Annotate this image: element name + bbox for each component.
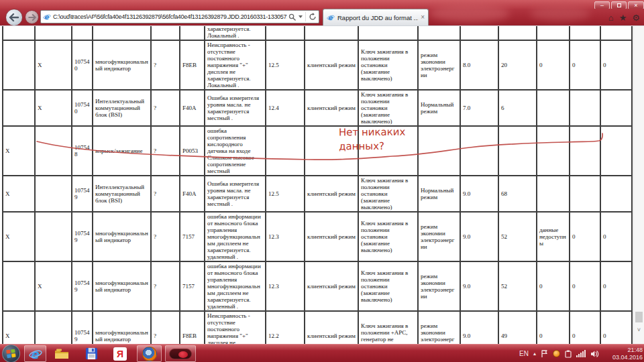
table-cell: 12.5 <box>266 40 305 90</box>
table-row: X107540многофункциональный индикатор?F8E… <box>3 40 632 90</box>
table-cell: 0 <box>600 212 632 261</box>
table-cell: ? <box>151 311 180 344</box>
table-cell: X <box>3 212 35 261</box>
table-cell: характеризуется. Локальный . <box>205 25 266 40</box>
volume-icon[interactable] <box>590 350 599 358</box>
table-cell: X <box>35 261 72 311</box>
table-row: X107549многофункциональный индикатор?F8E… <box>3 311 632 344</box>
table-cell <box>266 25 305 40</box>
forward-button[interactable] <box>25 10 39 24</box>
table-cell: 0 <box>570 311 600 344</box>
table-cell <box>3 40 35 90</box>
maximize-icon <box>617 3 621 7</box>
table-cell: ? <box>151 261 180 311</box>
table-cell: Ключ зажигания в положении остановки (за… <box>358 176 418 212</box>
table-cell: ошибка информации от выносного блока упр… <box>205 212 266 261</box>
taskbar-ie-button[interactable]: e <box>24 345 46 362</box>
language-indicator[interactable]: EN <box>519 350 529 357</box>
desktop-screen: – × e C:\oud\traces\AP\56fcfa40e4f131263… <box>0 0 644 362</box>
tray-app-orange-icon[interactable] <box>553 350 560 357</box>
table-cell: Ключ зажигания в положении +APC, генерат… <box>358 311 418 344</box>
windows-logo-icon <box>6 349 16 359</box>
table-cell <box>537 176 570 212</box>
table-cell: режим экономии электроэнергии <box>418 311 460 344</box>
table-cell <box>537 90 570 126</box>
table-cell: 107549 <box>72 261 93 311</box>
taskbar-firefox-button[interactable] <box>137 345 162 362</box>
scroll-down-icon[interactable]: ˅ <box>635 325 643 335</box>
table-cell <box>3 90 35 126</box>
table-cell <box>418 25 460 40</box>
refresh-icon[interactable] <box>309 13 317 21</box>
table-cell: многофункциональный индикатор <box>93 261 151 311</box>
divider <box>305 12 306 21</box>
table-cell: клиентский режим <box>305 40 358 90</box>
table-cell: 7157 <box>180 261 205 311</box>
home-icon[interactable]: ⌂ <box>608 13 614 23</box>
address-input[interactable]: C:\oud\traces\AP\56fcfa40e4f13126392879\… <box>53 13 287 20</box>
table-cell <box>498 126 537 176</box>
taskbar-recorder-button[interactable] <box>165 345 196 362</box>
table-cell <box>537 126 570 176</box>
scrollbar-thumb[interactable] <box>635 312 643 322</box>
vertical-scrollbar[interactable]: ˅ <box>633 26 644 344</box>
table-cell: F8EB <box>180 40 205 90</box>
favorites-icon[interactable]: ★ <box>619 13 627 23</box>
yandex-icon: Я <box>113 347 127 361</box>
fault-report-table: характеризуется. Локальный .X107540много… <box>2 25 633 344</box>
table-cell <box>460 126 498 176</box>
table-cell: Ключ зажигания в положении остановки (за… <box>358 90 418 126</box>
action-center-flag-icon[interactable] <box>541 350 548 358</box>
ie-page-icon: e <box>43 13 51 21</box>
back-button[interactable] <box>5 9 23 26</box>
search-icon[interactable] <box>288 13 296 21</box>
table-row: X107549многофункциональный индикатор?715… <box>3 261 632 311</box>
tab-close-icon[interactable]: × <box>421 14 425 21</box>
report-page: характеризуется. Локальный .X107540много… <box>0 25 644 344</box>
table-cell: ? <box>151 40 180 90</box>
table-cell: клиентский режим <box>305 90 358 126</box>
table-cell: 0 <box>570 40 600 90</box>
clock-time: 21:48 <box>605 347 643 354</box>
table-cell: клиентский режим <box>305 311 358 344</box>
back-arrow-icon <box>9 13 19 21</box>
table-cell <box>600 126 632 176</box>
table-cell: Неисправность - отсутствие постоянного н… <box>205 40 266 90</box>
table-cell: 12.3 <box>266 261 305 311</box>
table-cell: 0 <box>537 40 570 90</box>
table-cell: 9.0 <box>460 176 498 212</box>
taskbar-save-app-button[interactable] <box>81 345 101 362</box>
table-cell: Интеллектуальный коммутационный блок (BS… <box>93 90 151 126</box>
table-cell: Интеллектуальный коммутационный блок (BS… <box>93 176 151 212</box>
address-dropdown-icon[interactable] <box>299 15 303 18</box>
table-row: характеризуется. Локальный . <box>3 25 632 40</box>
table-cell: 52 <box>498 212 537 261</box>
start-button[interactable] <box>2 345 20 362</box>
taskbar-explorer-button[interactable] <box>51 345 72 362</box>
browser-tab[interactable]: e Rapport du JDD au format ... × <box>323 9 429 25</box>
taskbar-yandex-button[interactable]: Я <box>110 345 130 362</box>
table-cell: 0 <box>600 40 632 90</box>
table-cell: 12.2 <box>266 311 305 344</box>
clock[interactable]: 21:48 03.04.2016 <box>605 347 643 361</box>
address-bar[interactable]: e C:\oud\traces\AP\56fcfa40e4f1312639287… <box>40 10 319 23</box>
table-cell: Нормальный режим <box>418 90 460 126</box>
table-cell: ошибка информации от выносного блока упр… <box>205 261 266 311</box>
table-cell: 0 <box>600 311 632 344</box>
table-cell: 0 <box>570 212 600 261</box>
table-cell: 7.0 <box>460 90 498 126</box>
table-cell: X <box>35 40 72 90</box>
table-cell <box>3 25 35 40</box>
table-cell <box>570 176 600 212</box>
table-cell <box>35 25 72 40</box>
table-cell <box>460 25 498 40</box>
settings-gear-icon[interactable]: ⚙ <box>632 13 640 23</box>
table-cell <box>35 126 72 176</box>
table-cell: ? <box>151 126 180 176</box>
table-cell <box>305 126 358 176</box>
network-signal-icon[interactable] <box>576 350 586 357</box>
clipboard-icon[interactable] <box>565 350 572 358</box>
table-cell: Ключ зажигания в положении остановки (за… <box>358 40 418 90</box>
hidden-icons-arrow[interactable]: ▴ <box>533 351 536 357</box>
table-cell: ? <box>151 90 180 126</box>
